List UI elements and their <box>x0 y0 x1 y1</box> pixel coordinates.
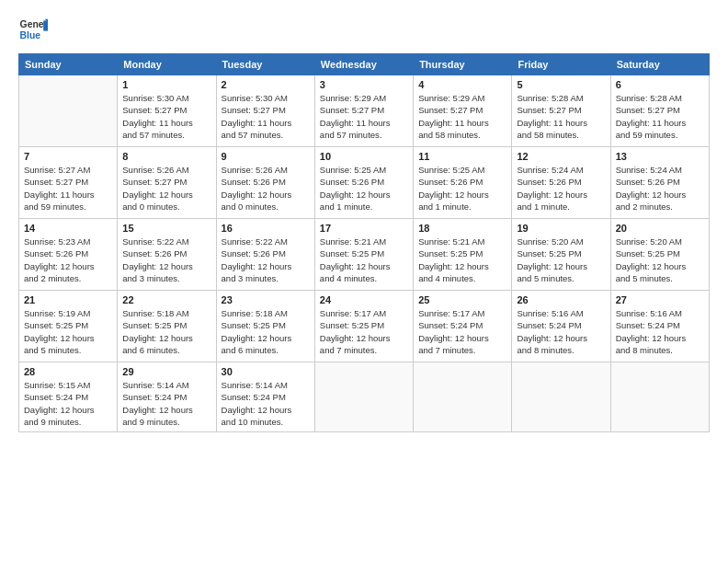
day-header-sunday: Sunday <box>19 54 118 75</box>
calendar-cell: 19Sunrise: 5:20 AMSunset: 5:25 PMDayligh… <box>512 219 610 291</box>
calendar-week-row: 21Sunrise: 5:19 AMSunset: 5:25 PMDayligh… <box>19 291 710 362</box>
day-info: Sunrise: 5:28 AMSunset: 5:27 PMDaylight:… <box>517 92 605 141</box>
calendar-cell: 8Sunrise: 5:26 AMSunset: 5:27 PMDaylight… <box>118 147 216 219</box>
calendar-cell: 15Sunrise: 5:22 AMSunset: 5:26 PMDayligh… <box>118 219 216 291</box>
day-number: 21 <box>24 294 112 305</box>
day-info: Sunrise: 5:24 AMSunset: 5:26 PMDaylight:… <box>517 164 605 213</box>
calendar-cell: 7Sunrise: 5:27 AMSunset: 5:27 PMDaylight… <box>19 147 118 219</box>
day-info: Sunrise: 5:26 AMSunset: 5:27 PMDaylight:… <box>122 164 210 213</box>
day-info: Sunrise: 5:26 AMSunset: 5:26 PMDaylight:… <box>222 164 310 213</box>
svg-text:Blue: Blue <box>20 30 41 40</box>
calendar-cell: 28Sunrise: 5:15 AMSunset: 5:24 PMDayligh… <box>19 362 118 432</box>
calendar-week-row: 28Sunrise: 5:15 AMSunset: 5:24 PMDayligh… <box>19 362 710 432</box>
calendar-week-row: 1Sunrise: 5:30 AMSunset: 5:27 PMDaylight… <box>19 75 710 147</box>
day-number: 6 <box>616 79 704 90</box>
day-number: 24 <box>320 294 408 305</box>
day-number: 9 <box>222 151 310 162</box>
calendar-cell: 6Sunrise: 5:28 AMSunset: 5:27 PMDaylight… <box>610 75 709 147</box>
day-header-friday: Friday <box>512 54 610 75</box>
calendar-cell: 13Sunrise: 5:24 AMSunset: 5:26 PMDayligh… <box>610 147 709 219</box>
calendar-cell: 11Sunrise: 5:25 AMSunset: 5:26 PMDayligh… <box>414 147 512 219</box>
calendar-cell: 22Sunrise: 5:18 AMSunset: 5:25 PMDayligh… <box>118 291 216 362</box>
day-number: 11 <box>418 151 506 162</box>
day-info: Sunrise: 5:25 AMSunset: 5:26 PMDaylight:… <box>320 164 408 213</box>
day-info: Sunrise: 5:24 AMSunset: 5:26 PMDaylight:… <box>616 164 704 213</box>
calendar-cell: 30Sunrise: 5:14 AMSunset: 5:24 PMDayligh… <box>216 362 314 432</box>
calendar-cell: 24Sunrise: 5:17 AMSunset: 5:25 PMDayligh… <box>314 291 413 362</box>
day-number: 8 <box>122 151 210 162</box>
day-number: 5 <box>517 79 605 90</box>
day-info: Sunrise: 5:14 AMSunset: 5:24 PMDaylight:… <box>222 379 310 428</box>
day-number: 3 <box>320 79 408 90</box>
day-info: Sunrise: 5:30 AMSunset: 5:27 PMDaylight:… <box>222 92 310 141</box>
day-number: 25 <box>418 294 506 305</box>
day-number: 10 <box>320 151 408 162</box>
day-info: Sunrise: 5:22 AMSunset: 5:26 PMDaylight:… <box>222 236 310 284</box>
day-info: Sunrise: 5:16 AMSunset: 5:24 PMDaylight:… <box>616 307 704 356</box>
svg-marker-2 <box>43 20 48 30</box>
calendar-cell: 12Sunrise: 5:24 AMSunset: 5:26 PMDayligh… <box>512 147 610 219</box>
calendar-cell: 27Sunrise: 5:16 AMSunset: 5:24 PMDayligh… <box>610 291 709 362</box>
calendar-body: 1Sunrise: 5:30 AMSunset: 5:27 PMDaylight… <box>19 75 710 432</box>
calendar-cell: 9Sunrise: 5:26 AMSunset: 5:26 PMDaylight… <box>216 147 314 219</box>
day-info: Sunrise: 5:23 AMSunset: 5:26 PMDaylight:… <box>24 236 112 284</box>
day-number: 15 <box>122 223 210 234</box>
day-number: 27 <box>616 294 704 305</box>
day-info: Sunrise: 5:17 AMSunset: 5:25 PMDaylight:… <box>320 307 408 356</box>
calendar-cell <box>314 362 413 432</box>
calendar-cell: 29Sunrise: 5:14 AMSunset: 5:24 PMDayligh… <box>118 362 216 432</box>
day-number: 4 <box>418 79 506 90</box>
calendar-cell: 10Sunrise: 5:25 AMSunset: 5:26 PMDayligh… <box>314 147 413 219</box>
calendar-cell <box>19 75 118 147</box>
day-number: 18 <box>418 223 506 234</box>
calendar-cell: 18Sunrise: 5:21 AMSunset: 5:25 PMDayligh… <box>414 219 512 291</box>
calendar-table: SundayMondayTuesdayWednesdayThursdayFrid… <box>18 53 710 432</box>
day-header-monday: Monday <box>118 54 216 75</box>
day-info: Sunrise: 5:19 AMSunset: 5:25 PMDaylight:… <box>24 307 112 356</box>
calendar-cell: 20Sunrise: 5:20 AMSunset: 5:25 PMDayligh… <box>610 219 709 291</box>
day-number: 1 <box>122 79 210 90</box>
day-info: Sunrise: 5:20 AMSunset: 5:25 PMDaylight:… <box>517 236 605 284</box>
day-number: 19 <box>517 223 605 234</box>
day-header-saturday: Saturday <box>610 54 709 75</box>
day-info: Sunrise: 5:20 AMSunset: 5:25 PMDaylight:… <box>616 236 704 284</box>
day-number: 7 <box>24 151 112 162</box>
calendar-cell <box>414 362 512 432</box>
calendar-cell: 16Sunrise: 5:22 AMSunset: 5:26 PMDayligh… <box>216 219 314 291</box>
calendar-header-row: SundayMondayTuesdayWednesdayThursdayFrid… <box>19 54 710 75</box>
day-number: 12 <box>517 151 605 162</box>
day-info: Sunrise: 5:30 AMSunset: 5:27 PMDaylight:… <box>122 92 210 141</box>
calendar-cell: 5Sunrise: 5:28 AMSunset: 5:27 PMDaylight… <box>512 75 610 147</box>
calendar-cell <box>512 362 610 432</box>
calendar-cell: 3Sunrise: 5:29 AMSunset: 5:27 PMDaylight… <box>314 75 413 147</box>
calendar-cell: 26Sunrise: 5:16 AMSunset: 5:24 PMDayligh… <box>512 291 610 362</box>
day-number: 26 <box>517 294 605 305</box>
day-info: Sunrise: 5:18 AMSunset: 5:25 PMDaylight:… <box>122 307 210 356</box>
day-info: Sunrise: 5:14 AMSunset: 5:24 PMDaylight:… <box>122 379 210 428</box>
day-info: Sunrise: 5:17 AMSunset: 5:24 PMDaylight:… <box>418 307 506 356</box>
day-number: 30 <box>222 366 310 377</box>
calendar-cell: 23Sunrise: 5:18 AMSunset: 5:25 PMDayligh… <box>216 291 314 362</box>
calendar-cell: 2Sunrise: 5:30 AMSunset: 5:27 PMDaylight… <box>216 75 314 147</box>
calendar-week-row: 14Sunrise: 5:23 AMSunset: 5:26 PMDayligh… <box>19 219 710 291</box>
header: General Blue <box>18 15 710 44</box>
day-number: 28 <box>24 366 112 377</box>
day-info: Sunrise: 5:21 AMSunset: 5:25 PMDaylight:… <box>418 236 506 284</box>
day-info: Sunrise: 5:28 AMSunset: 5:27 PMDaylight:… <box>616 92 704 141</box>
calendar-cell: 1Sunrise: 5:30 AMSunset: 5:27 PMDaylight… <box>118 75 216 147</box>
day-number: 14 <box>24 223 112 234</box>
day-info: Sunrise: 5:29 AMSunset: 5:27 PMDaylight:… <box>320 92 408 141</box>
day-number: 29 <box>122 366 210 377</box>
calendar-week-row: 7Sunrise: 5:27 AMSunset: 5:27 PMDaylight… <box>19 147 710 219</box>
day-info: Sunrise: 5:15 AMSunset: 5:24 PMDaylight:… <box>24 379 112 428</box>
logo-icon: General Blue <box>18 15 48 44</box>
day-info: Sunrise: 5:27 AMSunset: 5:27 PMDaylight:… <box>24 164 112 213</box>
day-info: Sunrise: 5:16 AMSunset: 5:24 PMDaylight:… <box>517 307 605 356</box>
day-number: 23 <box>222 294 310 305</box>
day-number: 20 <box>616 223 704 234</box>
day-number: 16 <box>222 223 310 234</box>
calendar-cell: 25Sunrise: 5:17 AMSunset: 5:24 PMDayligh… <box>414 291 512 362</box>
day-header-wednesday: Wednesday <box>314 54 413 75</box>
day-header-tuesday: Tuesday <box>216 54 314 75</box>
calendar-cell <box>610 362 709 432</box>
